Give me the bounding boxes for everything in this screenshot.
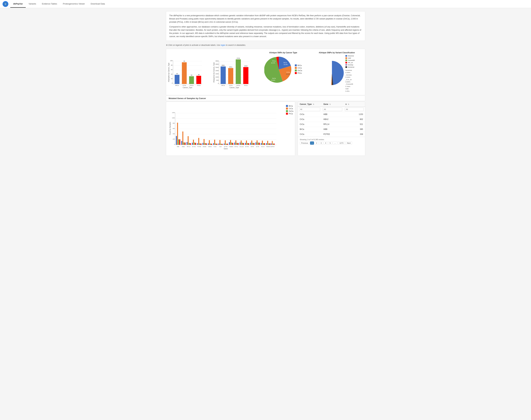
svg-rect-84 — [177, 123, 178, 145]
svg-rect-173 — [271, 143, 272, 145]
svg-rect-91 — [185, 143, 186, 145]
svg-rect-134 — [230, 140, 231, 145]
svg-rect-129 — [225, 140, 226, 145]
svg-text:RPL14: RPL14 — [187, 146, 190, 147]
table-row: CrCa HBB 1153 — [298, 112, 365, 117]
page-btn-3[interactable]: 3 — [319, 141, 323, 145]
svg-text:BrCa: BrCa — [221, 85, 225, 86]
cell-gene-1: HBB — [322, 112, 344, 117]
page-btn-2[interactable]: 2 — [314, 141, 318, 145]
charts-upper: #Samples by Cancer_Type 0 20 40 60 80 10… — [167, 52, 364, 94]
svg-text:COL1A1: COL1A1 — [239, 146, 244, 147]
svg-rect-139 — [235, 140, 236, 145]
svg-rect-86 — [179, 139, 180, 145]
bar-chart-2-svg: #Sequence by Cancer_Type 0 500 1000 1500… — [213, 52, 251, 93]
nav-item-proteogenomics-viewer[interactable]: Proteogenomics Viewer — [60, 0, 88, 8]
bar-brca-1 — [175, 75, 179, 84]
svg-rect-163 — [261, 143, 262, 145]
svg-rect-98 — [192, 143, 193, 145]
svg-rect-151 — [248, 143, 249, 145]
filter-n-input[interactable] — [345, 107, 364, 111]
bar-prca-1 — [196, 76, 201, 84]
svg-rect-166 — [264, 143, 265, 145]
page-btn-1[interactable]: 1 — [310, 141, 314, 145]
svg-rect-113 — [208, 143, 209, 145]
svg-rect-135 — [231, 143, 232, 145]
table-footer: Showing 1 to 5 of 6,365 entries Previous… — [298, 137, 365, 146]
page-btn-4[interactable]: 4 — [324, 141, 328, 145]
bar-chart-1-svg: #Samples by Cancer_Type 0 20 40 60 80 10… — [167, 52, 203, 93]
svg-text:CrCa: CrCa — [183, 85, 186, 86]
svg-rect-44 — [221, 66, 226, 84]
page-btn-last[interactable]: 1273 — [338, 141, 345, 145]
svg-rect-85 — [178, 139, 179, 145]
nav-item-dbpepvar[interactable]: dbPepVar — [10, 0, 26, 8]
svg-rect-99 — [193, 140, 194, 145]
svg-rect-94 — [188, 136, 189, 145]
data-table: Cancer_Type ⇅ Gene ⇅ n ⇅ — [298, 102, 365, 137]
pie-chart-2: #Unique SNPs by Variant Classification — [310, 52, 364, 92]
col-gene[interactable]: Gene ⇅ — [322, 102, 344, 107]
svg-rect-100 — [194, 143, 195, 145]
col-cancer-type[interactable]: Cancer_Type ⇅ — [298, 102, 322, 107]
cell-cancer-5: CrCa — [298, 132, 322, 137]
svg-rect-141 — [238, 143, 239, 145]
cell-n-3: 521 — [344, 122, 365, 127]
svg-text:92.8%: 92.8% — [326, 74, 330, 76]
svg-point-2 — [5, 3, 6, 4]
cell-gene-3: RPL14 — [322, 122, 344, 127]
svg-rect-153 — [250, 143, 251, 145]
svg-text:PrCa: PrCa — [272, 60, 276, 62]
svg-text:ACTN4: ACTN4 — [245, 146, 249, 147]
svg-rect-93 — [187, 142, 187, 145]
pie1-legend: BrCa CrCa OvCa PrCa — [295, 64, 302, 75]
svg-rect-111 — [206, 143, 207, 145]
svg-text:80: 80 — [171, 64, 172, 66]
col-n[interactable]: n ⇅ — [344, 102, 365, 107]
svg-rect-124 — [219, 140, 220, 145]
nav-item-variants[interactable]: Variants — [26, 0, 39, 8]
nav-item-evidence-tables[interactable]: Evidence Tables — [39, 0, 60, 8]
svg-text:GAPDH: GAPDH — [270, 146, 274, 147]
nav-item-download-data[interactable]: Download Data — [88, 0, 108, 8]
cell-n-5: 338 — [344, 132, 365, 137]
svg-rect-155 — [252, 143, 253, 145]
svg-rect-115 — [210, 144, 211, 145]
svg-text:PrCa: PrCa — [197, 85, 200, 86]
svg-text:1000: 1000 — [172, 117, 175, 119]
svg-text:H2BC9: H2BC9 — [208, 146, 212, 147]
svg-text:AhNAK: AhNAK — [203, 146, 206, 147]
table-row: BrCa HBB 385 — [298, 127, 365, 132]
svg-rect-175 — [273, 144, 274, 145]
svg-text:Count by Samples: Count by Samples — [169, 122, 171, 135]
svg-rect-145 — [242, 143, 243, 145]
table-row: CrCa RPL14 521 — [298, 122, 365, 127]
svg-text:2661: 2661 — [221, 64, 225, 66]
prev-btn[interactable]: Previous — [300, 141, 310, 145]
svg-rect-108 — [203, 143, 203, 145]
svg-text:32.9%: 32.9% — [271, 79, 275, 81]
showing-text: Showing 1 to 5 of 6,365 entries — [300, 138, 363, 140]
svg-text:34: 34 — [190, 74, 192, 76]
bottom-section: Count by Samples 0 200 400 600 800 1000 … — [166, 102, 365, 156]
svg-text:2500: 2500 — [215, 67, 219, 68]
data-table-container: Cancer_Type ⇅ Gene ⇅ n ⇅ — [298, 102, 365, 156]
svg-text:2411: 2411 — [229, 66, 232, 68]
svg-text:BrCa: BrCa — [283, 62, 287, 63]
svg-text:HBA2: HBA2 — [182, 146, 185, 147]
svg-text:OvCa: OvCa — [236, 85, 240, 86]
filter-cancer-input[interactable] — [299, 107, 320, 111]
next-btn[interactable]: Next — [345, 141, 352, 145]
page-btn-5[interactable]: 5 — [328, 141, 332, 145]
svg-rect-90 — [184, 142, 185, 145]
svg-text:BrCa: BrCa — [175, 85, 179, 86]
upper-charts-container: #Samples by Cancer_Type 0 20 40 60 80 10… — [166, 49, 365, 95]
svg-rect-143 — [240, 143, 240, 145]
svg-text:MYH9: MYH9 — [251, 146, 254, 147]
filter-gene-input[interactable] — [323, 107, 342, 111]
svg-rect-164 — [262, 141, 263, 145]
cell-cancer-2: CrCa — [298, 117, 322, 122]
svg-text:ACTA2: ACTA2 — [224, 146, 227, 147]
svg-rect-150 — [247, 143, 248, 145]
chart-samples: #Samples by Cancer_Type 0 20 40 60 80 10… — [167, 52, 211, 94]
